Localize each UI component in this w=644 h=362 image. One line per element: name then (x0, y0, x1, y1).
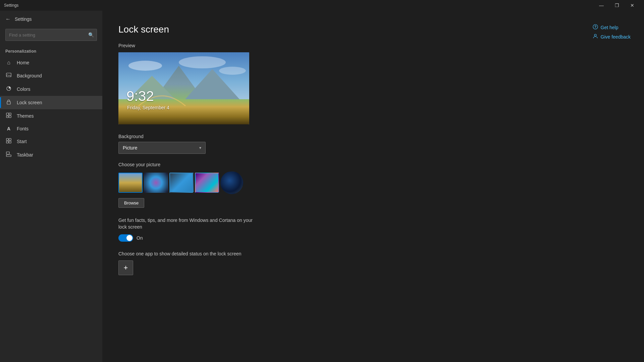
titlebar-controls: — ❐ ✕ (594, 0, 640, 11)
svg-rect-0 (6, 73, 11, 77)
sidebar-item-home[interactable]: ⌂ Home (0, 56, 102, 69)
minimize-button[interactable]: — (594, 0, 609, 11)
back-arrow-icon: ← (5, 16, 11, 22)
sidebar-item-background[interactable]: Background (0, 69, 102, 82)
picture-thumb-4[interactable] (195, 173, 219, 193)
svg-rect-8 (9, 138, 11, 140)
colors-icon (5, 86, 12, 93)
sidebar-back-button[interactable]: ← Settings (0, 13, 102, 25)
personalization-label: Personalization (0, 44, 102, 56)
background-icon (5, 72, 12, 79)
preview-time: 9:32 (126, 88, 154, 104)
search-box: 🔍 (5, 29, 97, 41)
app-status-section: Choose one app to show detailed status o… (118, 251, 628, 275)
svg-point-17 (128, 61, 162, 71)
give-feedback-label: Give feedback (601, 34, 631, 40)
svg-rect-10 (9, 141, 11, 143)
background-section: Background Picture ▾ (118, 134, 628, 154)
lock-screen-icon (5, 99, 12, 106)
toggle-state-label: On (137, 235, 143, 241)
choose-picture-label: Choose your picture (118, 162, 628, 167)
picture-thumb-5[interactable] (220, 171, 243, 194)
maximize-button[interactable]: ❐ (609, 0, 625, 11)
background-dropdown-value: Picture (123, 145, 138, 150)
background-section-label: Background (118, 134, 628, 139)
svg-rect-11 (6, 155, 11, 157)
sidebar-item-lock-screen[interactable]: Lock screen (0, 96, 102, 109)
sidebar-item-label-taskbar: Taskbar (17, 152, 33, 158)
chevron-down-icon: ▾ (199, 145, 201, 150)
titlebar-title: Settings (4, 3, 594, 8)
add-app-button[interactable]: + (118, 260, 133, 275)
preview-label: Preview (118, 43, 628, 48)
get-help-label: Get help (601, 25, 619, 30)
svg-rect-4 (9, 113, 11, 115)
sidebar-item-label-home: Home (17, 60, 29, 65)
toggle-row: On (118, 234, 628, 242)
picture-grid (118, 171, 628, 194)
search-container: 🔍 (0, 26, 102, 44)
sidebar-item-label-start: Start (17, 139, 27, 144)
right-links: ? Get help Give feedback (593, 24, 631, 40)
sidebar-item-taskbar[interactable]: Taskbar (0, 148, 102, 162)
svg-rect-3 (6, 113, 9, 115)
svg-point-19 (219, 67, 246, 75)
preview-image: 9:32 Friday, September 4 (118, 52, 249, 124)
svg-point-18 (179, 56, 226, 68)
sidebar-back-label: Settings (15, 16, 32, 22)
svg-rect-5 (6, 116, 8, 118)
sidebar-item-label-fonts: Fonts (17, 126, 29, 131)
svg-rect-2 (7, 102, 10, 104)
sidebar-item-label-background: Background (17, 73, 42, 78)
picture-section: Choose your picture Browse (118, 162, 628, 208)
tips-toggle[interactable] (118, 234, 133, 242)
sidebar-item-label-themes: Themes (17, 113, 34, 119)
sidebar-item-fonts[interactable]: A Fonts (0, 123, 102, 135)
sidebar-item-label-colors: Colors (17, 86, 30, 92)
svg-rect-12 (6, 152, 9, 154)
titlebar: Settings — ❐ ✕ (0, 0, 644, 11)
svg-rect-6 (9, 116, 11, 118)
give-feedback-icon (593, 34, 598, 40)
sidebar-item-start[interactable]: Start (0, 135, 102, 148)
get-help-icon: ? (593, 24, 598, 31)
preview-date: Friday, September 4 (127, 105, 169, 110)
start-icon (5, 138, 12, 145)
svg-point-15 (594, 34, 596, 36)
home-icon: ⌂ (5, 60, 12, 66)
svg-text:?: ? (594, 25, 596, 29)
picture-thumb-2[interactable] (144, 173, 168, 193)
svg-rect-9 (6, 141, 8, 143)
search-input[interactable] (9, 33, 79, 38)
get-help-link[interactable]: ? Get help (593, 24, 631, 31)
sidebar-item-themes[interactable]: Themes (0, 109, 102, 123)
add-icon: + (124, 263, 128, 272)
toggle-description: Get fun facts, tips, and more from Windo… (118, 217, 259, 230)
app-container: ← Settings 🔍 Personalization ⌂ Home Ba (0, 11, 644, 362)
sidebar-item-label-lock-screen: Lock screen (17, 100, 42, 105)
fonts-icon: A (5, 126, 12, 131)
background-dropdown[interactable]: Picture ▾ (118, 142, 206, 154)
toggle-thumb (126, 235, 132, 241)
search-icon: 🔍 (88, 32, 94, 38)
browse-button[interactable]: Browse (118, 198, 144, 208)
svg-rect-7 (6, 138, 8, 140)
taskbar-icon (5, 152, 12, 158)
app-status-description: Choose one app to show detailed status o… (118, 251, 628, 256)
picture-thumb-3[interactable] (169, 173, 194, 193)
content-area: ? Get help Give feedback Lock screen Pre… (102, 11, 644, 362)
themes-icon (5, 113, 12, 119)
sidebar: ← Settings 🔍 Personalization ⌂ Home Ba (0, 11, 102, 362)
picture-thumb-1[interactable] (118, 173, 143, 193)
give-feedback-link[interactable]: Give feedback (593, 34, 631, 40)
page-title: Lock screen (118, 24, 628, 35)
toggle-section: Get fun facts, tips, and more from Windo… (118, 217, 628, 242)
sidebar-item-colors[interactable]: Colors (0, 82, 102, 96)
close-button[interactable]: ✕ (625, 0, 640, 11)
